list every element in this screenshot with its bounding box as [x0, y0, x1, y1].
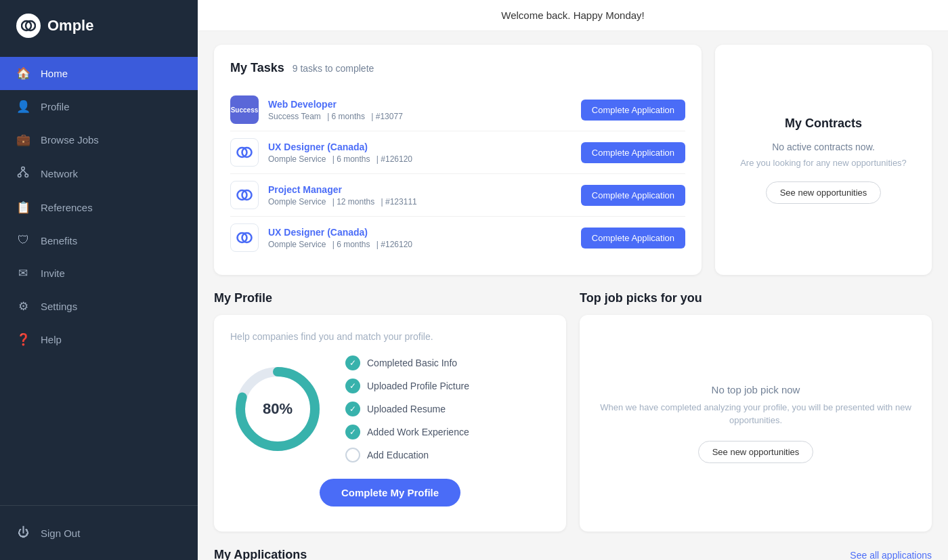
my-contracts-card: My Contracts No active contracts now. Ar… — [715, 45, 932, 275]
complete-my-profile-button[interactable]: Complete My Profile — [320, 479, 460, 507]
my-applications-section: My Applications See all applications 8 📁… — [214, 548, 932, 560]
list-item: ✓ Uploaded Profile Picture — [345, 379, 469, 393]
help-icon: ❓ — [16, 332, 30, 347]
sidebar-item-label: Invite — [41, 267, 65, 279]
donut-center-label: 80% — [263, 400, 293, 418]
sidebar-item-label: Profile — [41, 101, 70, 112]
check-label: Uploaded Profile Picture — [367, 381, 469, 391]
tasks-header: My Tasks 9 tasks to complete — [230, 61, 685, 75]
list-item: Add Education — [345, 448, 469, 462]
top-jobs-section: Top job picks for you No top job pick no… — [580, 291, 932, 532]
logo-area: Omple — [0, 0, 198, 51]
sidebar-bottom: ⏻ Sign Out — [0, 505, 198, 560]
benefits-icon: 🛡 — [16, 234, 30, 247]
profile-section-title: My Profile — [214, 291, 566, 305]
svg-point-3 — [18, 174, 22, 177]
task-title: Web Developer — [268, 99, 572, 110]
table-row: Project Manager Oomple Service | 12 mont… — [230, 174, 685, 217]
my-profile-section: My Profile Help companies find you and m… — [214, 291, 566, 532]
top-row: My Tasks 9 tasks to complete Success Web… — [214, 45, 932, 275]
task-avatar — [230, 138, 259, 167]
top-jobs-empty-subtitle: When we have completed analyzing your pr… — [596, 401, 915, 427]
task-avatar — [230, 223, 259, 252]
checklist: ✓ Completed Basic Info ✓ Uploaded Profil… — [345, 356, 469, 462]
check-label: Add Education — [367, 450, 429, 460]
sidebar: Omple 🏠 Home 👤 Profile 💼 Browse Jobs Net… — [0, 0, 198, 560]
svg-point-4 — [25, 174, 28, 177]
references-icon: 📋 — [16, 200, 30, 215]
contracts-empty-subtitle: Are you looking for any new opportunitie… — [740, 158, 907, 168]
top-jobs-empty-title: No top job pick now — [712, 384, 800, 395]
sidebar-item-invite[interactable]: ✉ Invite — [0, 257, 198, 290]
middle-section: My Profile Help companies find you and m… — [214, 291, 932, 532]
contracts-empty-title: No active contracts now. — [772, 142, 875, 152]
top-jobs-see-opportunities-button[interactable]: See new opportunities — [698, 441, 814, 463]
sidebar-item-browse-jobs[interactable]: 💼 Browse Jobs — [0, 123, 198, 156]
sidebar-item-label: Benefits — [41, 235, 77, 246]
see-new-opportunities-button[interactable]: See new opportunities — [766, 181, 882, 204]
tasks-title: My Tasks — [230, 61, 284, 75]
svg-point-2 — [22, 167, 25, 171]
task-meta: Oomple Service | 6 months | #126120 — [268, 240, 572, 249]
check-pending-icon — [345, 448, 360, 462]
task-info: Project Manager Oomple Service | 12 mont… — [268, 184, 572, 207]
task-avatar: Success — [230, 95, 259, 124]
invite-icon: ✉ — [16, 266, 30, 280]
list-item: ✓ Added Work Experience — [345, 425, 469, 439]
task-avatar — [230, 181, 259, 209]
task-meta: Success Team | 6 months | #13077 — [268, 112, 572, 121]
complete-application-button[interactable]: Complete Application — [581, 142, 685, 163]
sidebar-item-profile[interactable]: 👤 Profile — [0, 90, 198, 123]
sidebar-item-references[interactable]: 📋 References — [0, 191, 198, 224]
table-row: UX Designer (Canada) Oomple Service | 6 … — [230, 217, 685, 259]
see-all-applications-link[interactable]: See all applications — [850, 550, 932, 561]
task-meta: Oomple Service | 12 months | #123111 — [268, 197, 572, 207]
sidebar-item-label: Browse Jobs — [41, 134, 99, 146]
sidebar-item-network[interactable]: Network — [0, 156, 198, 191]
sign-out-button[interactable]: ⏻ Sign Out — [0, 517, 198, 549]
task-title: Project Manager — [268, 184, 572, 195]
main-content: Welcome back. Happy Monday! My Tasks 9 t… — [198, 0, 948, 560]
donut-chart: 80% — [230, 362, 325, 456]
profile-card: Help companies find you and match your p… — [214, 315, 566, 532]
list-item: ✓ Uploaded Resume — [345, 402, 469, 416]
check-done-icon: ✓ — [345, 402, 360, 416]
sidebar-item-label: Network — [41, 168, 78, 179]
complete-application-button[interactable]: Complete Application — [581, 100, 685, 121]
top-jobs-title: Top job picks for you — [580, 291, 932, 305]
applications-section-title: My Applications — [214, 548, 307, 560]
top-jobs-card: No top job pick now When we have complet… — [580, 315, 932, 532]
welcome-bar: Welcome back. Happy Monday! — [198, 0, 948, 31]
complete-application-button[interactable]: Complete Application — [581, 228, 685, 249]
sidebar-item-benefits[interactable]: 🛡 Benefits — [0, 224, 198, 257]
sidebar-item-label: References — [41, 202, 93, 213]
svg-line-5 — [20, 170, 23, 174]
sidebar-item-home[interactable]: 🏠 Home — [0, 57, 198, 90]
table-row: UX Designer (Canada) Oomple Service | 6 … — [230, 131, 685, 174]
check-done-icon: ✓ — [345, 379, 360, 393]
check-done-icon: ✓ — [345, 356, 360, 370]
profile-help-text: Help companies find you and match your p… — [230, 331, 550, 342]
task-title: UX Designer (Canada) — [268, 227, 572, 238]
check-label: Uploaded Resume — [367, 404, 446, 414]
logo-text: Omple — [47, 17, 93, 35]
network-icon — [16, 166, 30, 181]
task-title: UX Designer (Canada) — [268, 142, 572, 152]
task-meta: Oomple Service | 6 months | #126120 — [268, 154, 572, 164]
applications-header-row: My Applications See all applications — [214, 548, 932, 560]
sidebar-item-label: Help — [41, 334, 62, 345]
sidebar-item-help[interactable]: ❓ Help — [0, 323, 198, 356]
home-icon: 🏠 — [16, 66, 30, 81]
my-tasks-card: My Tasks 9 tasks to complete Success Web… — [214, 45, 702, 275]
complete-application-button[interactable]: Complete Application — [581, 185, 685, 206]
content-area: My Tasks 9 tasks to complete Success Web… — [198, 31, 948, 560]
browse-jobs-icon: 💼 — [16, 133, 30, 147]
sidebar-nav: 🏠 Home 👤 Profile 💼 Browse Jobs Network 📋… — [0, 51, 198, 505]
profile-progress-area: 80% ✓ Completed Basic Info ✓ Uploaded Pr… — [230, 356, 550, 462]
task-info: UX Designer (Canada) Oomple Service | 6 … — [268, 142, 572, 164]
check-label: Added Work Experience — [367, 427, 469, 437]
sidebar-item-settings[interactable]: ⚙ Settings — [0, 290, 198, 323]
tasks-count: 9 tasks to complete — [293, 63, 374, 74]
profile-icon: 👤 — [16, 100, 30, 114]
check-done-icon: ✓ — [345, 425, 360, 439]
